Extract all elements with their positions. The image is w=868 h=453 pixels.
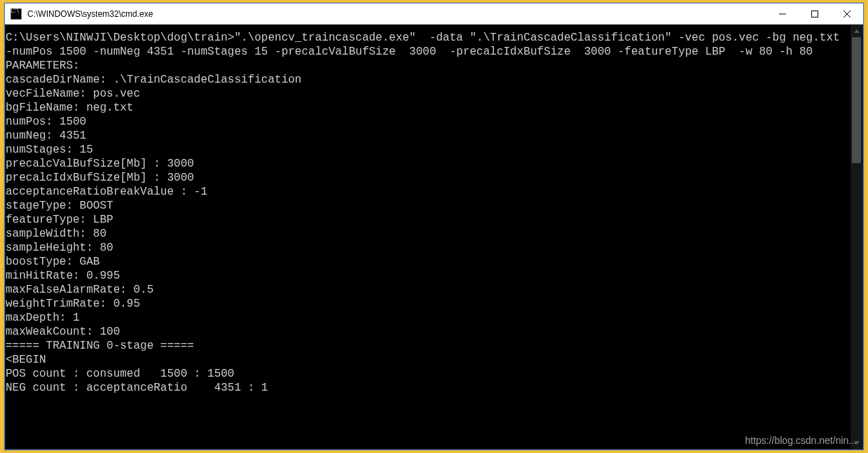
- pos-count: POS count : consumed 1500 : 1500: [6, 367, 850, 381]
- command-line: C:\Users\NINWJI\Desktop\dog\train>".\ope…: [6, 31, 850, 59]
- neg-count: NEG count : acceptanceRatio 4351 : 1: [6, 381, 850, 395]
- param-precalcIdxBufSize: precalcIdxBufSize[Mb] : 3000: [6, 171, 850, 185]
- chevron-up-icon: [854, 29, 860, 33]
- svg-marker-5: [854, 441, 860, 445]
- window-controls: [766, 4, 863, 24]
- close-icon: [843, 11, 850, 18]
- scrollbar-thumb[interactable]: [852, 37, 861, 163]
- param-precalcValBufSize: precalcValBufSize[Mb] : 3000: [6, 157, 850, 171]
- param-stageType: stageType: BOOST: [6, 199, 850, 213]
- scroll-down-button[interactable]: [850, 437, 862, 449]
- param-sampleHeight: sampleHeight: 80: [6, 241, 850, 255]
- param-weightTrimRate: weightTrimRate: 0.95: [6, 297, 850, 311]
- terminal-output[interactable]: C:\Users\NINWJI\Desktop\dog\train>".\ope…: [6, 25, 850, 449]
- scroll-up-button[interactable]: [850, 25, 862, 37]
- param-acceptanceRatioBreakValue: acceptanceRatioBreakValue : -1: [6, 185, 850, 199]
- param-numNeg: numNeg: 4351: [6, 129, 850, 143]
- svg-marker-4: [854, 29, 860, 33]
- param-boostType: boostType: GAB: [6, 255, 850, 269]
- param-featureType: featureType: LBP: [6, 213, 850, 227]
- param-bgFileName: bgFileName: neg.txt: [6, 101, 850, 115]
- prompt-text: C:\Users\NINWJI\Desktop\dog\train>: [6, 32, 234, 44]
- cmd-window: C:\WINDOWS\system32\cmd.exe C:\Users\NIN…: [4, 3, 864, 450]
- params-header: PARAMETERS:: [6, 59, 850, 73]
- maximize-icon: [811, 11, 818, 18]
- minimize-icon: [779, 11, 786, 18]
- close-button[interactable]: [831, 4, 863, 24]
- chevron-down-icon: [854, 441, 860, 445]
- terminal-area: C:\Users\NINWJI\Desktop\dog\train>".\ope…: [5, 25, 863, 449]
- param-minHitRate: minHitRate: 0.995: [6, 269, 850, 283]
- minimize-button[interactable]: [766, 4, 799, 24]
- param-numStages: numStages: 15: [6, 143, 850, 157]
- param-cascadeDirName: cascadeDirName: .\TrainCascadeClassifica…: [6, 73, 850, 87]
- vertical-scrollbar[interactable]: [850, 25, 862, 449]
- param-maxWeakCount: maxWeakCount: 100: [6, 325, 850, 339]
- begin-marker: <BEGIN: [6, 353, 850, 367]
- param-numPos: numPos: 1500: [6, 115, 850, 129]
- scrollbar-track[interactable]: [850, 37, 862, 437]
- param-sampleWidth: sampleWidth: 80: [6, 227, 850, 241]
- maximize-button[interactable]: [799, 4, 831, 24]
- param-maxFalseAlarmRate: maxFalseAlarmRate: 0.5: [6, 283, 850, 297]
- titlebar[interactable]: C:\WINDOWS\system32\cmd.exe: [5, 4, 863, 25]
- stage-header: ===== TRAINING 0-stage =====: [6, 339, 850, 353]
- param-maxDepth: maxDepth: 1: [6, 311, 850, 325]
- param-vecFileName: vecFileName: pos.vec: [6, 87, 850, 101]
- window-title: C:\WINDOWS\system32\cmd.exe: [27, 9, 766, 19]
- cmd-icon: [11, 8, 22, 20]
- svg-rect-1: [812, 11, 818, 17]
